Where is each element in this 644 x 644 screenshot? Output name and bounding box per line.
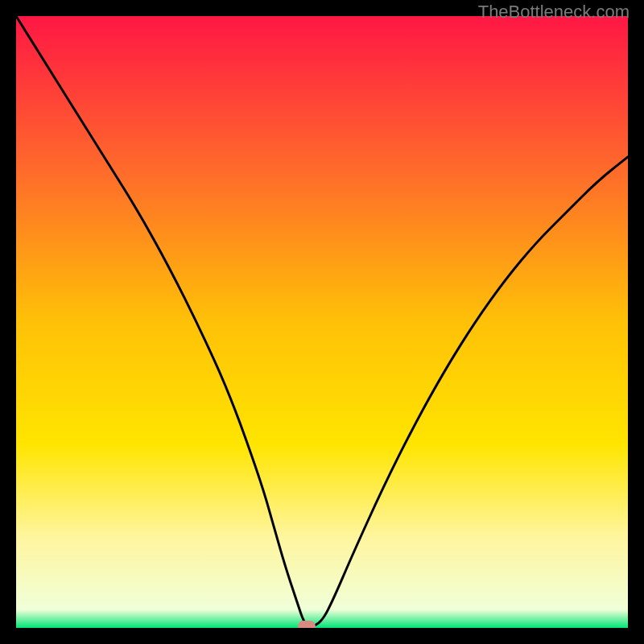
chart-background <box>16 16 628 628</box>
watermark-text: TheBottleneck.com <box>478 2 630 23</box>
minimum-marker <box>298 621 316 628</box>
chart-svg <box>16 16 628 628</box>
bottleneck-chart <box>16 16 628 628</box>
